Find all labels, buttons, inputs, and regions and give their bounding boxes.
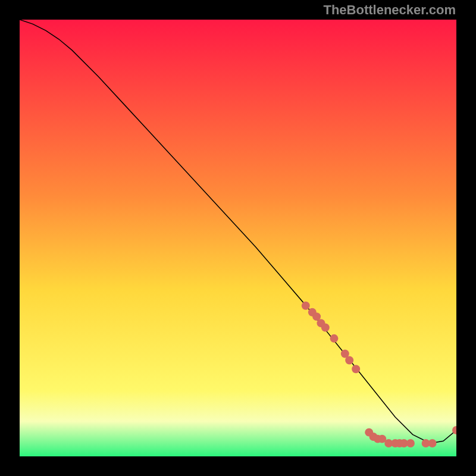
scatter-point (302, 302, 310, 310)
chart-plot (20, 20, 456, 456)
scatter-point (321, 323, 330, 331)
scatter-point (428, 439, 437, 447)
chart-area: TheBottlenecker.com (0, 0, 476, 476)
scatter-point (345, 356, 353, 365)
watermark-label: TheBottlenecker.com (323, 2, 456, 18)
scatter-point (330, 334, 339, 343)
scatter-point (352, 365, 360, 373)
gradient-background (20, 20, 456, 456)
scatter-point (406, 439, 415, 447)
